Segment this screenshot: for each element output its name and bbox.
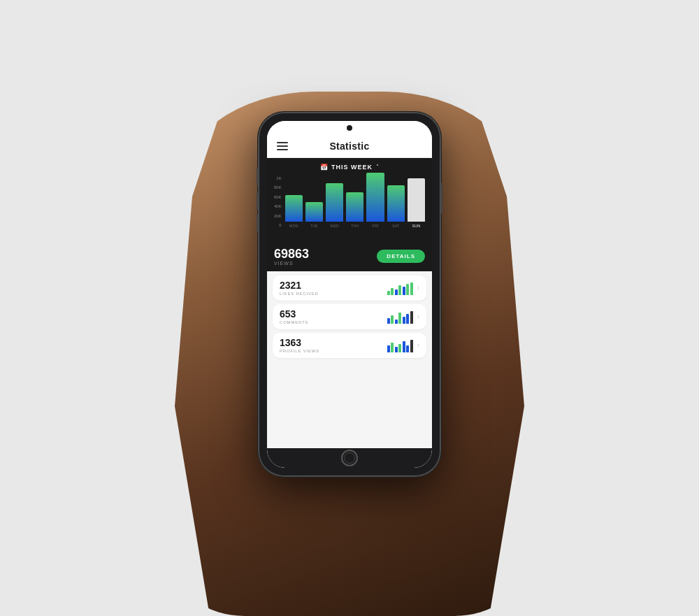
metric-number-0: 2321 [280, 280, 319, 290]
mini-bar-2-5 [406, 345, 409, 352]
week-label: THIS WEEK [331, 164, 373, 171]
bar-label-thu: THU [351, 224, 359, 228]
mini-bar-2-4 [403, 341, 405, 352]
y-label-40k: 40K [274, 204, 282, 208]
mini-bar-1-4 [403, 317, 405, 324]
bar-label-fri: FRI [373, 224, 379, 228]
week-selector[interactable]: 📅 THIS WEEK ˅ [274, 164, 425, 171]
bar-mon [285, 195, 303, 222]
mini-bar-1-3 [398, 313, 401, 324]
metric-left-1: 653COMMENTS [280, 309, 308, 324]
y-label-1k: 1K [274, 176, 282, 180]
bar-label-sat: SAT [392, 224, 399, 228]
scene: Statistic 📅 THIS WEEK ˅ 1K [0, 0, 699, 616]
metric-label-1: COMMENTS [280, 320, 308, 324]
mini-bar-2-3 [398, 344, 401, 352]
status-bar [267, 121, 432, 135]
bar-group-sun[interactable]: SUN [408, 178, 425, 228]
bar-sun [408, 178, 425, 222]
y-label-60k: 60K [274, 195, 282, 199]
mini-chart-1 [387, 310, 413, 324]
bar-group-fri[interactable]: FRI [366, 173, 384, 228]
bar-label-tue: TUE [310, 224, 318, 228]
bar-group-mon[interactable]: MON [285, 195, 303, 228]
camera-notch [347, 125, 352, 131]
metric-left-2: 1363PROFILE VIEWS [280, 338, 319, 353]
mini-bar-1-5 [406, 314, 409, 324]
metrics-list: 2321LIKES RECIVED›653COMMENTS›1363PROFIL… [267, 271, 432, 448]
phone-screen: Statistic 📅 THIS WEEK ˅ 1K [267, 121, 432, 468]
metric-right-0: › [387, 281, 419, 295]
phone-device: Statistic 📅 THIS WEEK ˅ 1K [259, 113, 440, 476]
bar-label-mon: MON [289, 224, 298, 228]
bar-group-wed[interactable]: WED [326, 183, 343, 228]
mini-bar-2-2 [395, 347, 398, 352]
bar-label-wed: WED [330, 224, 339, 228]
mini-bar-0-6 [410, 282, 413, 295]
y-label-0: 0 [274, 223, 282, 227]
chevron-down-icon: ˅ [376, 164, 379, 170]
metric-number-1: 653 [280, 309, 308, 319]
y-axis: 1K 80K 60K 40K 20K 0 [274, 176, 282, 239]
views-label: VIEWS [274, 261, 309, 266]
hamburger-line-1 [277, 142, 288, 143]
mini-bar-0-4 [403, 287, 405, 295]
bar-fri [366, 173, 384, 222]
mini-bar-1-6 [410, 311, 413, 324]
mini-bar-0-3 [398, 285, 401, 295]
mini-bar-2-1 [391, 343, 394, 352]
metric-card-0[interactable]: 2321LIKES RECIVED› [273, 275, 426, 301]
hamburger-line-3 [277, 149, 288, 150]
bar-group-tue[interactable]: TUE [305, 202, 323, 228]
metric-left-0: 2321LIKES RECIVED [280, 280, 319, 296]
mini-bar-1-2 [395, 320, 398, 324]
chevron-right-icon-1: › [417, 313, 419, 320]
bar-group-thu[interactable]: THU [346, 192, 363, 228]
y-label-20k: 20K [274, 214, 282, 218]
metric-card-1[interactable]: 653COMMENTS› [273, 304, 426, 329]
views-number: 69863 [274, 248, 309, 260]
stats-main: 69863 VIEWS DETAILS [267, 243, 432, 271]
mini-bar-2-0 [387, 345, 390, 352]
bar-sat [387, 185, 405, 222]
home-button-area [267, 448, 432, 468]
app-header: Statistic [267, 135, 432, 158]
chevron-right-icon-0: › [417, 284, 419, 292]
app-title: Statistic [329, 141, 369, 152]
mini-bar-2-6 [410, 340, 413, 352]
mini-chart-2 [387, 338, 413, 352]
metric-label-0: LIKES RECIVED [280, 292, 319, 296]
chevron-right-icon-2: › [417, 341, 419, 349]
mini-bar-1-1 [391, 315, 394, 324]
mini-chart-0 [387, 281, 413, 295]
views-count: 69863 VIEWS [274, 248, 309, 266]
bar-tue [305, 202, 323, 222]
bar-thu [346, 192, 363, 222]
hamburger-line-2 [277, 145, 288, 147]
bars-container: MONTUEWEDTHUFRISATSUN [285, 176, 425, 239]
mini-bar-1-0 [387, 318, 390, 324]
chart-section: 📅 THIS WEEK ˅ 1K 80K 60K 40K 20K [267, 158, 432, 243]
bar-wed [326, 183, 343, 222]
mini-bar-0-2 [395, 289, 398, 295]
bar-label-sun: SUN [412, 224, 421, 228]
y-label-80k: 80K [274, 185, 282, 189]
bar-group-sat[interactable]: SAT [387, 185, 405, 228]
metric-label-2: PROFILE VIEWS [280, 349, 319, 353]
hamburger-menu-button[interactable] [277, 142, 288, 150]
bar-chart: 1K 80K 60K 40K 20K 0 MONTUEWEDTHUFRISATS… [274, 176, 425, 239]
mini-bar-0-5 [406, 284, 409, 295]
metric-right-1: › [387, 310, 419, 324]
metric-number-2: 1363 [280, 338, 319, 348]
metric-card-2[interactable]: 1363PROFILE VIEWS› [273, 333, 426, 358]
details-button[interactable]: DETAILS [377, 250, 425, 263]
mini-bar-0-0 [387, 291, 390, 295]
phone-wrapper: Statistic 📅 THIS WEEK ˅ 1K [259, 113, 440, 476]
mini-bar-0-1 [391, 288, 394, 295]
metric-right-2: › [387, 338, 419, 352]
calendar-icon: 📅 [320, 164, 328, 171]
home-button[interactable] [341, 450, 358, 466]
